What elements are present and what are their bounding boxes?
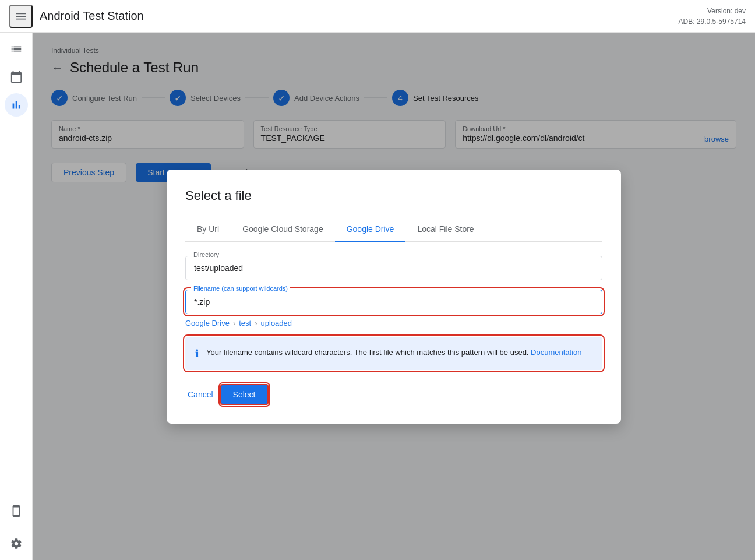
tab-local-file-store[interactable]: Local File Store <box>405 217 485 242</box>
directory-label: Directory <box>191 251 221 258</box>
path-segment-1[interactable]: test <box>239 319 251 327</box>
path-root[interactable]: Google Drive <box>185 319 230 327</box>
documentation-link[interactable]: Documentation <box>531 348 581 357</box>
dialog-title: Select a file <box>185 188 602 203</box>
path-chevron-1: › <box>233 319 235 327</box>
directory-input[interactable] <box>185 256 602 280</box>
sidebar-item-settings[interactable] <box>5 532 28 555</box>
tab-google-drive[interactable]: Google Drive <box>335 217 406 242</box>
filename-label: Filename (can support wildcards) <box>191 285 290 292</box>
info-icon: ℹ <box>195 347 199 360</box>
dialog-tabs: By Url Google Cloud Storage Google Drive… <box>185 217 602 242</box>
dialog-cancel-button[interactable]: Cancel <box>185 385 216 404</box>
info-box: ℹ Your filename contains wildcard charac… <box>185 337 602 370</box>
sidebar-item-devices[interactable] <box>5 499 28 523</box>
directory-field: Directory <box>185 256 602 280</box>
dialog-select-button[interactable]: Select <box>220 384 269 405</box>
main-content: Individual Tests ← Schedule a Test Run ✓… <box>33 33 755 560</box>
sidebar <box>0 33 33 560</box>
sidebar-item-calendar[interactable] <box>5 65 28 89</box>
filename-input[interactable] <box>185 290 602 314</box>
dialog-actions: Cancel Select <box>185 384 602 405</box>
topbar-left: Android Test Station <box>9 5 144 28</box>
filename-field: Filename (can support wildcards) <box>185 290 602 314</box>
app-title: Android Test Station <box>40 9 144 23</box>
tab-by-url[interactable]: By Url <box>185 217 231 242</box>
menu-button[interactable] <box>9 5 33 28</box>
topbar: Android Test Station Version: dev ADB: 2… <box>0 0 755 33</box>
path-segment-2[interactable]: uploaded <box>261 319 292 327</box>
path-breadcrumb: Google Drive › test › uploaded <box>185 319 602 327</box>
sidebar-item-list[interactable] <box>5 37 28 61</box>
info-text: Your filename contains wildcard characte… <box>206 347 582 358</box>
dialog: Select a file By Url Google Cloud Storag… <box>167 170 621 424</box>
tab-google-cloud-storage[interactable]: Google Cloud Storage <box>231 217 335 242</box>
sidebar-item-analytics[interactable] <box>5 93 28 117</box>
version-info: Version: dev ADB: 29.0.5-5975714 <box>679 6 746 27</box>
layout: Individual Tests ← Schedule a Test Run ✓… <box>0 33 755 560</box>
dialog-overlay: Select a file By Url Google Cloud Storag… <box>33 33 755 560</box>
path-chevron-2: › <box>255 319 257 327</box>
